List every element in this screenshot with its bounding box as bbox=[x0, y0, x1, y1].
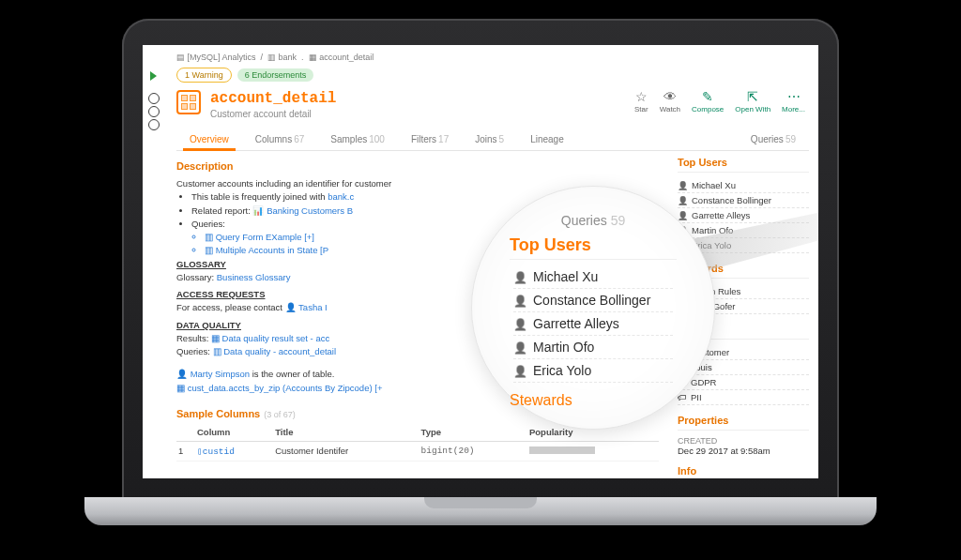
tab-bar: Overview Columns67 Samples100 Filters17 … bbox=[176, 129, 809, 151]
more-icon: ⋯ bbox=[787, 90, 801, 103]
compose-button[interactable]: ✎Compose bbox=[692, 90, 724, 114]
lens-user[interactable]: Erica Yolo bbox=[513, 359, 673, 383]
lens-stewards-heading: Stewards bbox=[510, 392, 677, 409]
lens-top-users-heading: Top Users bbox=[510, 235, 677, 260]
zoom-lens: Queries 59 Top Users Michael Xu Constanc… bbox=[471, 186, 715, 430]
tab-samples[interactable]: Samples100 bbox=[317, 129, 398, 150]
app-screen: ▤ [MySQL] Analytics / ▥ bank . ▦ account… bbox=[143, 45, 818, 478]
lens-user[interactable]: Constance Bollinger bbox=[513, 289, 673, 312]
tag-link[interactable]: GDPR bbox=[678, 375, 809, 390]
laptop-base bbox=[84, 497, 877, 525]
stop-yellow-icon bbox=[148, 106, 160, 117]
flag-icon[interactable] bbox=[150, 71, 157, 81]
tag-link[interactable]: PII bbox=[678, 390, 809, 405]
properties-heading: Properties bbox=[678, 415, 809, 431]
more-button[interactable]: ⋯More... bbox=[782, 90, 805, 114]
dq-queries-link[interactable]: ▥ Data quality - account_detail bbox=[213, 346, 337, 356]
stop-green-icon bbox=[148, 119, 160, 130]
db-icon: ▤ bbox=[176, 53, 185, 62]
prop-created-value: Dec 29 2017 at 9:58am bbox=[678, 446, 809, 456]
watch-button[interactable]: 👁Watch bbox=[660, 90, 680, 114]
access-contact-link[interactable]: 👤 Tasha I bbox=[285, 302, 328, 312]
stop-red-icon bbox=[148, 93, 160, 104]
tab-queries[interactable]: Queries59 bbox=[738, 129, 809, 150]
open-with-button[interactable]: ⇱Open With bbox=[735, 90, 770, 114]
tab-columns[interactable]: Columns67 bbox=[242, 129, 318, 150]
joined-table-link[interactable]: bank.c bbox=[328, 191, 354, 202]
lens-queries: Queries 59 bbox=[561, 213, 626, 228]
star-button[interactable]: ☆Star bbox=[634, 90, 648, 114]
status-badges: 1 Warning 6 Endorsements bbox=[176, 68, 809, 83]
user-link[interactable]: Martin Ofo bbox=[678, 223, 809, 238]
info-heading: Info bbox=[678, 465, 809, 478]
lens-user[interactable]: Michael Xu bbox=[513, 265, 673, 289]
top-users-heading: Top Users bbox=[678, 157, 809, 173]
endorsements-badge[interactable]: 6 Endorsements bbox=[237, 68, 314, 82]
tab-joins[interactable]: Joins5 bbox=[462, 129, 517, 150]
asset-title: account_detail bbox=[210, 90, 336, 107]
breadcrumb-schema[interactable]: bank bbox=[279, 53, 297, 62]
star-icon: ☆ bbox=[635, 90, 648, 103]
user-link[interactable]: Michael Xu bbox=[678, 178, 809, 193]
breadcrumb-db[interactable]: [MySQL] Analytics bbox=[188, 53, 256, 62]
eye-icon: 👁 bbox=[664, 90, 677, 103]
related-report-link[interactable]: 📊 Banking Customers B bbox=[252, 205, 353, 216]
col-title[interactable]: Title bbox=[273, 423, 419, 442]
lineage-table-link[interactable]: ▦ cust_data.accts_by_zip (Accounts By Zi… bbox=[176, 383, 382, 393]
asset-subtitle: Customer account detail bbox=[210, 109, 336, 119]
table-type-icon bbox=[176, 90, 201, 114]
dq-results-link[interactable]: ▦ Data quality result set - acc bbox=[211, 333, 329, 343]
top-users-list: Michael Xu Constance Bollinger Garrette … bbox=[678, 178, 809, 253]
col-column[interactable]: Column bbox=[195, 423, 273, 442]
prop-created-label: CREATED bbox=[678, 436, 809, 446]
col-index bbox=[176, 423, 195, 442]
traffic-lights bbox=[148, 93, 160, 130]
table-icon: ▦ bbox=[309, 53, 317, 62]
description-heading: Description bbox=[176, 160, 659, 172]
tab-overview[interactable]: Overview bbox=[176, 129, 242, 150]
col-type[interactable]: Type bbox=[419, 423, 527, 442]
lens-user[interactable]: Martin Ofo bbox=[513, 336, 673, 359]
compose-icon: ✎ bbox=[702, 90, 713, 103]
schema-icon: ▥ bbox=[267, 53, 276, 62]
warning-badge[interactable]: 1 Warning bbox=[176, 68, 232, 83]
popularity-bar bbox=[529, 446, 595, 454]
breadcrumb[interactable]: ▤ [MySQL] Analytics / ▥ bank . ▦ account… bbox=[176, 53, 809, 62]
tab-lineage[interactable]: Lineage bbox=[517, 129, 577, 150]
user-link[interactable]: Garrette Alleys bbox=[678, 208, 809, 223]
table-row[interactable]: 1 ▯custid Customer Identifer bigint(20) bbox=[176, 441, 659, 461]
open-icon: ⇱ bbox=[747, 90, 758, 103]
tab-filters[interactable]: Filters17 bbox=[398, 129, 462, 150]
breadcrumb-table[interactable]: account_detail bbox=[319, 53, 374, 62]
lens-user[interactable]: Garrette Alleys bbox=[513, 312, 673, 336]
glossary-link[interactable]: Business Glossary bbox=[217, 272, 291, 282]
action-bar: ☆Star 👁Watch ✎Compose ⇱Open With ⋯More..… bbox=[634, 90, 805, 114]
owner-link[interactable]: 👤 Marty Simpson bbox=[176, 369, 250, 379]
user-link[interactable]: Constance Bollinger bbox=[678, 193, 809, 208]
